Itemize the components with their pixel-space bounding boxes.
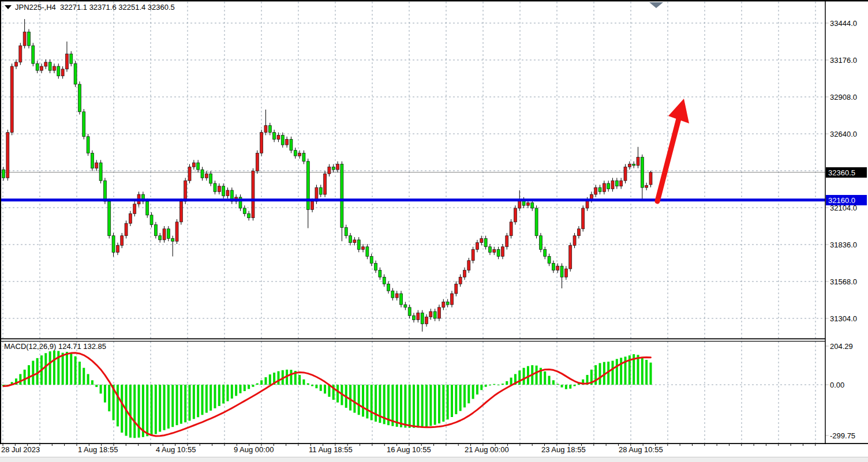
bottom-strip [0, 457, 868, 462]
time-axis-label: 21 Aug 00:00 [465, 445, 509, 454]
hline-price-badge: 32160.0 [826, 195, 867, 205]
macd-axis-label: 0.00 [830, 381, 844, 389]
time-axis-label: 23 Aug 18:55 [541, 445, 586, 454]
time-axis-label: 4 Aug 10:55 [156, 445, 196, 454]
chart-title: JPN225-,H4 32271.1 32371.6 32251.4 32360… [5, 3, 175, 12]
chart-canvas[interactable] [0, 0, 868, 462]
macd-indicator-label: MACD(12,26,9) 124.71 132.85 [4, 342, 106, 351]
macd-histogram [3, 351, 650, 438]
time-axis-label: 28 Aug 10:55 [619, 445, 663, 454]
trend-arrow[interactable] [657, 99, 689, 201]
time-axis-label: 28 Jul 2023 [1, 445, 40, 454]
mt4-chart-window: JPN225-,H4 32271.1 32371.6 32251.4 32360… [0, 0, 868, 462]
chart-title-text: JPN225-,H4 32271.1 32371.6 32251.4 32360… [15, 3, 175, 12]
time-axis-label: 1 Aug 18:55 [78, 445, 118, 454]
time-axis-label: 16 Aug 10:55 [387, 445, 431, 454]
price-grid [1, 2, 825, 339]
macd-axis-label: 204.29 [830, 342, 853, 351]
macd-axis-label: -299.75 [830, 431, 855, 440]
price-axis-label: 31568.0 [830, 277, 857, 286]
time-axis-label: 11 Aug 18:55 [309, 445, 353, 454]
price-axis-label: 32908.0 [830, 93, 857, 102]
price-axis-label: 31836.0 [830, 241, 857, 249]
macd-signal-line [3, 353, 651, 436]
price-axis-label: 32640.0 [830, 130, 857, 138]
current-price-badge: 32360.5 [826, 167, 867, 178]
price-axis-label: 31304.0 [830, 314, 857, 323]
symbol-dropdown-icon[interactable] [5, 5, 12, 9]
price-axis-label: 33176.0 [830, 56, 857, 65]
candles[interactable] [2, 19, 652, 332]
time-axis-label: 9 Aug 00:00 [234, 445, 274, 454]
price-axis-label: 33444.0 [830, 19, 857, 28]
chart-shift-marker[interactable] [649, 2, 663, 8]
